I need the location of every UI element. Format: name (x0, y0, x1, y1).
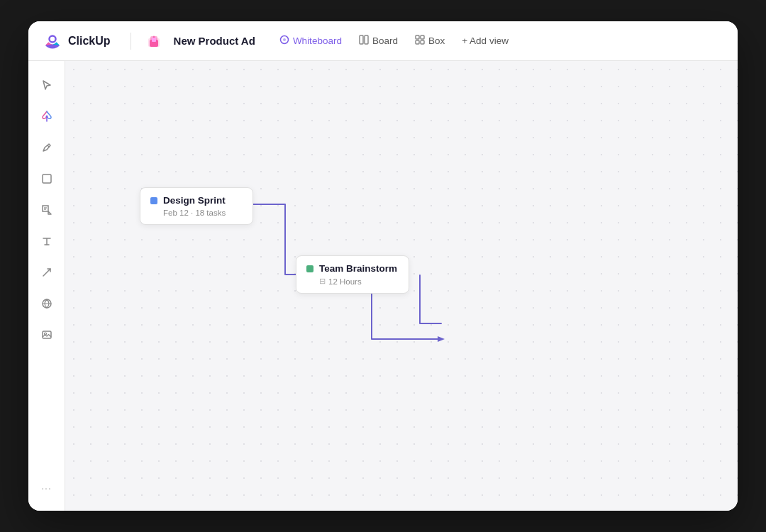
nav-items: Whiteboard Board (272, 31, 516, 50)
logo-area: ClickUp (43, 31, 111, 51)
team-brainstorm-card[interactable]: Team Brainstorm ⊟ 12 Hours (296, 255, 409, 294)
header: ClickUp New Product Ad Whi (28, 21, 738, 61)
image-tool[interactable] (34, 322, 60, 348)
nav-whiteboard-label: Whiteboard (293, 35, 342, 46)
globe-tool[interactable] (34, 291, 60, 316)
team-brainstorm-hours: 12 Hours (328, 277, 362, 286)
header-divider (131, 33, 131, 50)
nav-box[interactable]: Box (408, 31, 452, 50)
logo-text: ClickUp (68, 35, 111, 48)
svg-rect-13 (421, 40, 424, 44)
design-sprint-title: Design Sprint (163, 195, 226, 206)
clickup-logo-icon (43, 31, 62, 51)
svg-rect-21 (43, 331, 51, 338)
nav-box-label: Box (428, 35, 445, 46)
text-tool[interactable] (34, 228, 60, 254)
add-view-label: + Add view (462, 35, 509, 46)
add-view-button[interactable]: + Add view (455, 32, 516, 50)
board-icon (359, 35, 369, 47)
card-header: Design Sprint (150, 195, 243, 206)
svg-rect-9 (365, 35, 368, 44)
svg-marker-24 (438, 336, 445, 342)
svg-line-15 (48, 145, 49, 147)
clock-icon: ⊟ (319, 277, 326, 286)
svg-rect-8 (360, 35, 363, 44)
main-content: ··· Design Sprint Feb 12 · (28, 61, 738, 511)
project-icon (145, 33, 162, 50)
ai-tool[interactable] (34, 104, 60, 129)
svg-rect-10 (416, 35, 419, 39)
pen-tool[interactable] (34, 135, 60, 160)
whiteboard-icon (279, 35, 289, 47)
svg-rect-16 (43, 174, 51, 183)
team-brainstorm-dot (306, 265, 313, 272)
shape-tool[interactable] (34, 166, 60, 192)
sticky-note-tool[interactable] (34, 197, 60, 223)
design-sprint-dot (150, 197, 157, 204)
canvas[interactable]: Design Sprint Feb 12 · 18 tasks Team Bra… (65, 61, 738, 511)
team-brainstorm-title: Team Brainstorm (319, 263, 397, 274)
cursor-tool[interactable] (34, 72, 60, 98)
nav-board-label: Board (372, 35, 398, 46)
svg-rect-5 (152, 38, 156, 42)
left-sidebar: ··· (28, 61, 65, 511)
team-brainstorm-sub: ⊟ 12 Hours (319, 277, 399, 286)
app-window: ClickUp New Product Ad Whi (28, 21, 738, 511)
card-header-2: Team Brainstorm (306, 263, 399, 274)
design-sprint-card[interactable]: Design Sprint Feb 12 · 18 tasks (140, 187, 253, 225)
nav-whiteboard[interactable]: Whiteboard (272, 31, 349, 50)
svg-point-22 (44, 333, 46, 335)
svg-rect-12 (416, 40, 419, 44)
svg-point-14 (45, 116, 48, 118)
more-tools-button[interactable]: ··· (35, 477, 57, 499)
project-title: New Product Ad (174, 35, 255, 47)
connector-tool[interactable] (34, 260, 60, 285)
svg-point-0 (50, 35, 56, 42)
box-icon (415, 35, 425, 47)
svg-point-7 (283, 38, 286, 41)
design-sprint-meta: Feb 12 · 18 tasks (163, 209, 243, 217)
svg-rect-11 (421, 35, 424, 39)
nav-board[interactable]: Board (352, 31, 405, 50)
